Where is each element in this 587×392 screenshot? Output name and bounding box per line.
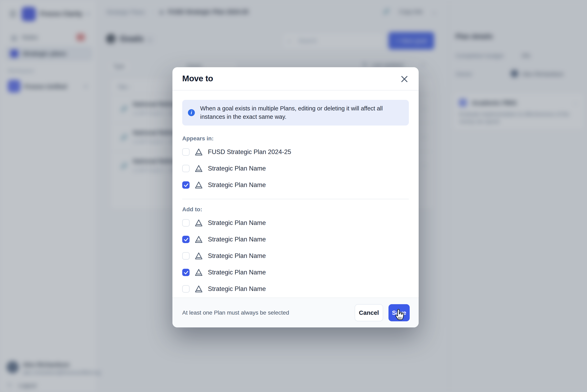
plan-pyramid-icon xyxy=(194,164,203,173)
info-text: When a goal exists in multiple Plans, ed… xyxy=(200,104,403,121)
info-icon: i xyxy=(188,109,195,116)
plan-pyramid-icon xyxy=(194,285,203,293)
plan-option[interactable]: Strategic Plan Name xyxy=(182,250,409,261)
checkbox[interactable] xyxy=(182,269,190,276)
plan-pyramid-icon xyxy=(194,148,203,156)
move-to-dialog: Move to i When a goal exists in multiple… xyxy=(172,67,419,328)
checkbox[interactable] xyxy=(182,252,190,260)
dialog-title: Move to xyxy=(182,74,213,83)
plan-name: Strategic Plan Name xyxy=(208,285,266,292)
plan-name: Strategic Plan Name xyxy=(208,219,266,226)
plan-name: Strategic Plan Name xyxy=(208,181,266,189)
appears-in-label: Appears in: xyxy=(182,135,409,142)
checkbox[interactable] xyxy=(182,285,190,292)
plan-option[interactable]: Strategic Plan Name xyxy=(182,284,409,294)
plan-pyramid-icon xyxy=(194,268,203,277)
dialog-footer: At least one Plan must always be selecte… xyxy=(172,298,419,328)
plan-name: Strategic Plan Name xyxy=(208,252,266,260)
plan-pyramid-icon xyxy=(194,252,203,260)
plan-option[interactable]: Strategic Plan Name xyxy=(182,163,409,174)
plan-option[interactable]: Strategic Plan Name xyxy=(182,234,409,245)
plan-name: Strategic Plan Name xyxy=(208,165,266,172)
plan-pyramid-icon xyxy=(194,181,203,189)
plan-option[interactable]: Strategic Plan Name xyxy=(182,267,409,278)
screen: ☰ Fresno Clarity ▾ ▤ Notes 9+ Strategic … xyxy=(0,0,587,392)
checkbox[interactable] xyxy=(182,181,190,189)
plan-pyramid-icon xyxy=(194,235,203,244)
footer-hint: At least one Plan must always be selecte… xyxy=(182,310,355,316)
add-to-label: Add to: xyxy=(182,206,409,213)
plan-option[interactable]: FUSD Strategic Plan 2024-25 xyxy=(182,147,409,157)
cancel-button[interactable]: Cancel xyxy=(355,304,383,321)
checkbox[interactable] xyxy=(182,219,190,226)
plan-name: Strategic Plan Name xyxy=(208,236,266,243)
dialog-body: i When a goal exists in multiple Plans, … xyxy=(172,90,419,294)
checkbox[interactable] xyxy=(182,148,190,156)
plan-name: FUSD Strategic Plan 2024-25 xyxy=(208,148,291,156)
plan-option[interactable]: Strategic Plan Name xyxy=(182,180,409,190)
close-icon[interactable] xyxy=(399,74,410,84)
plan-option[interactable]: Strategic Plan Name xyxy=(182,218,409,228)
plan-name: Strategic Plan Name xyxy=(208,269,266,276)
checkbox[interactable] xyxy=(182,165,190,172)
dialog-header: Move to xyxy=(172,67,419,90)
checkbox[interactable] xyxy=(182,236,190,243)
info-banner: i When a goal exists in multiple Plans, … xyxy=(182,100,409,126)
plan-pyramid-icon xyxy=(194,218,203,227)
mouse-cursor xyxy=(393,309,406,322)
divider xyxy=(182,199,409,199)
